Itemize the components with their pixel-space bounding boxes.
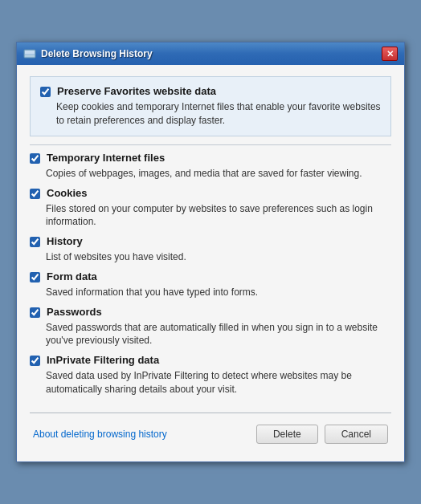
footer-divider	[30, 413, 391, 413]
form-data-label: Form data	[47, 270, 97, 282]
passwords-desc: Saved passwords that are automatically f…	[46, 321, 391, 348]
passwords-checkbox[interactable]	[30, 307, 40, 318]
delete-button[interactable]: Delete	[256, 425, 318, 444]
inprivate-checkbox[interactable]	[30, 356, 40, 366]
history-label: History	[47, 235, 83, 247]
history-desc: List of websites you have visited.	[46, 250, 391, 264]
temp-files-item: Temporary Internet files Copies of webpa…	[30, 152, 391, 181]
history-item: History List of websites you have visite…	[30, 235, 391, 264]
section-divider	[30, 144, 391, 145]
cancel-button[interactable]: Cancel	[325, 425, 388, 444]
favorites-label: Preserve Favorites website data	[57, 85, 216, 97]
form-data-row: Form data	[30, 270, 391, 282]
passwords-item: Passwords Saved passwords that are autom…	[30, 306, 391, 348]
favorites-desc: Keep cookies and temporary Internet file…	[56, 100, 381, 128]
dialog-window: Delete Browsing History ✕ Preserve Favor…	[16, 42, 405, 462]
window-title: Delete Browsing History	[41, 48, 153, 59]
form-data-item: Form data Saved information that you hav…	[30, 270, 391, 299]
svg-rect-1	[25, 51, 35, 54]
temp-files-desc: Copies of webpages, images, and media th…	[46, 167, 391, 181]
cookies-label: Cookies	[47, 187, 88, 199]
inprivate-desc: Saved data used by InPrivate Filtering t…	[46, 369, 391, 396]
inprivate-item: InPrivate Filtering data Saved data used…	[30, 354, 391, 396]
cookies-row: Cookies	[30, 187, 391, 199]
history-checkbox[interactable]	[30, 237, 40, 247]
inprivate-row: InPrivate Filtering data	[30, 354, 391, 366]
form-data-checkbox[interactable]	[30, 272, 40, 282]
options-list: Temporary Internet files Copies of webpa…	[30, 152, 391, 406]
footer-buttons: Delete Cancel	[256, 425, 388, 444]
form-data-desc: Saved information that you have typed in…	[46, 286, 391, 299]
dialog-content: Preserve Favorites website data Keep coo…	[17, 65, 404, 461]
dialog-footer: About deleting browsing history Delete C…	[30, 421, 391, 450]
favorites-checkbox-row: Preserve Favorites website data	[40, 85, 381, 97]
window-icon	[23, 47, 36, 60]
inprivate-label: InPrivate Filtering data	[47, 354, 159, 366]
title-bar-left: Delete Browsing History	[23, 47, 153, 60]
favorites-checkbox[interactable]	[40, 87, 51, 97]
passwords-label: Passwords	[47, 306, 102, 318]
cookies-desc: Files stored on your computer by website…	[46, 202, 391, 230]
temp-files-checkbox[interactable]	[30, 153, 40, 164]
close-button[interactable]: ✕	[382, 47, 398, 61]
title-bar: Delete Browsing History ✕	[17, 43, 404, 65]
temp-files-row: Temporary Internet files	[30, 152, 391, 164]
history-row: History	[30, 235, 391, 247]
passwords-row: Passwords	[30, 306, 391, 318]
temp-files-label: Temporary Internet files	[47, 152, 165, 164]
cookies-checkbox[interactable]	[30, 189, 40, 199]
help-link[interactable]: About deleting browsing history	[33, 429, 167, 440]
favorites-section: Preserve Favorites website data Keep coo…	[30, 76, 391, 136]
svg-rect-2	[25, 55, 35, 57]
cookies-item: Cookies Files stored on your computer by…	[30, 187, 391, 230]
